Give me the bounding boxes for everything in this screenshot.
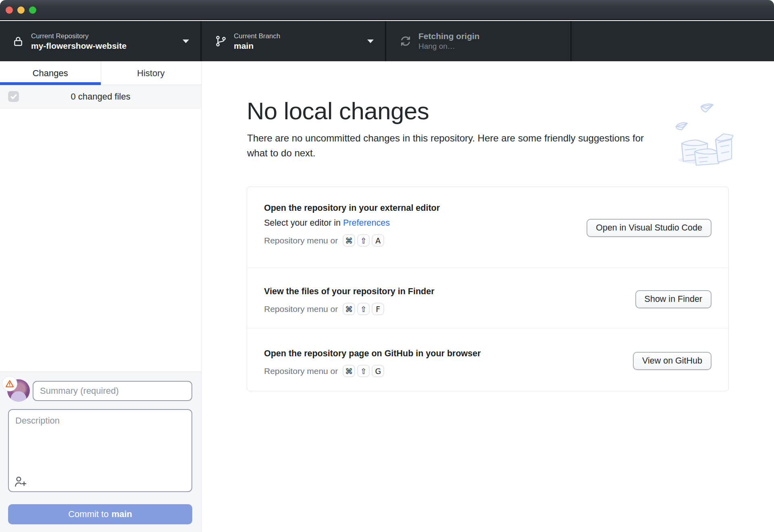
editor-hint-text: Select your editor in	[264, 218, 341, 228]
keycap-letter: F	[372, 303, 384, 315]
show-in-finder-button[interactable]: Show in Finder	[635, 290, 712, 308]
paper-stack-illustration	[673, 98, 733, 167]
keycap-letter: G	[372, 365, 384, 377]
shortcut-text: Repository menu or	[264, 236, 338, 245]
tab-history[interactable]: History	[101, 61, 202, 85]
sidebar: Changes History 0 changed files	[0, 61, 202, 532]
shortcut-text: Repository menu or	[264, 304, 338, 314]
person-add-icon	[14, 476, 27, 488]
keycap-command: ⌘	[343, 303, 355, 315]
page-title: No local changes	[247, 98, 429, 124]
suggestion-title: Open the repository in your external edi…	[264, 187, 728, 213]
fetch-origin-button[interactable]: Fetching origin Hang on…	[387, 21, 572, 61]
titlebar	[0, 0, 774, 20]
keycap-shift: ⇧	[357, 365, 370, 377]
close-button[interactable]	[6, 6, 13, 14]
keycap-letter: A	[372, 234, 384, 247]
keycap-command: ⌘	[343, 234, 355, 247]
commit-button[interactable]: Commit to main	[8, 504, 192, 524]
view-on-github-button[interactable]: View on GitHub	[633, 352, 712, 370]
tab-changes[interactable]: Changes	[0, 61, 101, 85]
sync-icon	[399, 35, 412, 47]
zoom-button[interactable]	[29, 6, 36, 14]
shortcut-text: Repository menu or	[264, 366, 338, 376]
minimize-button[interactable]	[17, 6, 25, 14]
repository-name: my-flowershow-website	[31, 41, 127, 51]
changed-files-row: 0 changed files	[0, 85, 201, 108]
fetch-status-subtitle: Hang on…	[418, 42, 480, 51]
sidebar-tabs: Changes History	[0, 61, 201, 85]
changed-files-count: 0 changed files	[0, 85, 201, 108]
main-content: No local changes There are no uncommitte…	[202, 61, 774, 532]
commit-button-label: Commit to	[68, 509, 108, 520]
suggestion-row-finder: View the files of your repository in Fin…	[247, 268, 728, 328]
branch-name: main	[234, 41, 280, 51]
current-branch-button[interactable]: Current Branch main	[203, 21, 386, 61]
description-textarea[interactable]	[8, 409, 192, 492]
keycap-command: ⌘	[343, 365, 355, 377]
repository-label: Current Repository	[31, 31, 127, 41]
app-window: Current Repository my-flowershow-website…	[0, 0, 774, 532]
suggestion-row-external-editor: Open the repository in your external edi…	[247, 187, 728, 268]
toolbar: Current Repository my-flowershow-website…	[0, 21, 774, 61]
keycap-shift: ⇧	[357, 234, 370, 247]
lock-icon	[12, 35, 24, 47]
keycap-shift: ⇧	[357, 303, 370, 315]
preferences-link[interactable]: Preferences	[343, 218, 390, 228]
git-branch-icon	[215, 35, 227, 47]
add-coauthor-button[interactable]	[14, 475, 27, 489]
commit-button-branch: main	[111, 509, 132, 520]
warning-triangle-icon	[5, 380, 14, 388]
chevron-down-icon	[183, 39, 189, 43]
chevron-down-icon	[367, 39, 374, 43]
page-subtitle: There are no uncommitted changes in this…	[247, 131, 662, 160]
current-repository-button[interactable]: Current Repository my-flowershow-website	[0, 21, 202, 61]
branch-label: Current Branch	[234, 31, 280, 41]
suggestion-row-github: Open the repository page on GitHub in yo…	[247, 328, 728, 391]
commit-warning-badge	[2, 376, 17, 391]
window-controls	[6, 6, 36, 14]
open-in-editor-button[interactable]: Open in Visual Studio Code	[587, 219, 712, 237]
fetch-status-title: Fetching origin	[418, 31, 480, 42]
commit-form: Commit to main	[0, 372, 201, 532]
summary-input[interactable]	[33, 381, 192, 401]
suggestions-card: Open the repository in your external edi…	[247, 187, 729, 391]
